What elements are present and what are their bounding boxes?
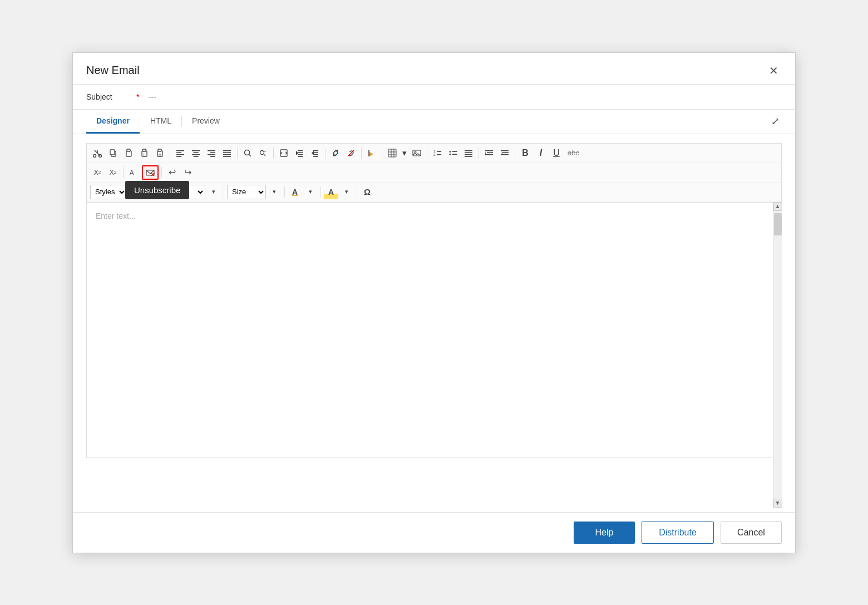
copy-button[interactable] bbox=[106, 146, 120, 160]
unlink-button[interactable] bbox=[344, 146, 358, 160]
svg-rect-29 bbox=[223, 156, 231, 157]
editor-scrollbar[interactable]: ▲ ▼ bbox=[773, 202, 782, 508]
svg-rect-74 bbox=[485, 154, 493, 155]
toolbar-row-3: Styles ▾ Unsubscribe Font ▾ Size ▾ bbox=[87, 183, 781, 202]
special-char-button[interactable]: Ω bbox=[360, 185, 374, 199]
font-dropdown-arrow[interactable]: ▾ bbox=[206, 185, 221, 199]
unordered-list-button[interactable] bbox=[446, 146, 460, 160]
bold-button[interactable]: B bbox=[518, 146, 532, 160]
indent-less-button[interactable] bbox=[308, 146, 322, 160]
link-button[interactable] bbox=[328, 146, 343, 160]
svg-rect-53 bbox=[388, 149, 396, 157]
align-right-button[interactable] bbox=[204, 146, 219, 160]
sep-6 bbox=[382, 147, 382, 159]
highlight-dropdown[interactable]: ▾ bbox=[339, 185, 354, 199]
svg-rect-63 bbox=[437, 154, 441, 155]
svg-rect-76 bbox=[501, 150, 509, 151]
svg-rect-21 bbox=[194, 156, 199, 157]
sep-7 bbox=[427, 147, 427, 159]
sep-10 bbox=[123, 167, 124, 178]
svg-rect-23 bbox=[210, 152, 215, 153]
flag-button[interactable] bbox=[364, 146, 379, 160]
source-button[interactable] bbox=[277, 146, 291, 160]
font-color-button[interactable]: A bbox=[288, 185, 302, 199]
svg-marker-79 bbox=[501, 152, 502, 154]
italic-button[interactable]: I bbox=[534, 146, 548, 160]
svg-rect-73 bbox=[487, 152, 493, 153]
svg-rect-9 bbox=[142, 149, 146, 151]
svg-rect-41 bbox=[298, 152, 303, 153]
strikethrough-button[interactable]: abc bbox=[565, 146, 582, 160]
scroll-down-arrow[interactable]: ▼ bbox=[773, 499, 782, 508]
new-email-dialog: New Email ✕ Subject * --- Designer HTML … bbox=[72, 52, 796, 553]
subject-value: --- bbox=[148, 92, 156, 101]
dialog-title: New Email bbox=[86, 64, 140, 77]
align-left-button[interactable] bbox=[173, 146, 188, 160]
svg-rect-66 bbox=[452, 151, 457, 152]
sep-3 bbox=[273, 147, 274, 159]
editor-content[interactable]: Enter text... bbox=[86, 202, 782, 458]
align-center-button[interactable] bbox=[189, 146, 203, 160]
font-color-dropdown[interactable]: ▾ bbox=[303, 185, 318, 199]
undo-button[interactable]: ↩ bbox=[165, 165, 179, 180]
svg-rect-42 bbox=[298, 154, 303, 155]
clear-format-button[interactable]: Ā bbox=[126, 165, 141, 180]
align-justify-button[interactable] bbox=[220, 146, 234, 160]
svg-rect-20 bbox=[192, 154, 200, 155]
editor-toolbar: T W bbox=[86, 143, 782, 202]
toolbar-row-2: X2 X2 Ā bbox=[87, 163, 781, 183]
svg-text:W: W bbox=[159, 153, 161, 156]
styles-select[interactable]: Styles bbox=[90, 185, 127, 199]
tab-preview[interactable]: Preview bbox=[182, 110, 230, 134]
svg-text:↔: ↔ bbox=[264, 150, 267, 153]
styles-dropdown-arrow[interactable]: ▾ bbox=[128, 185, 142, 199]
cancel-button[interactable]: Cancel bbox=[721, 522, 782, 544]
table-button[interactable] bbox=[385, 146, 400, 160]
indent-more-button[interactable] bbox=[292, 146, 307, 160]
svg-rect-16 bbox=[176, 154, 184, 155]
size-select[interactable]: Size bbox=[227, 185, 266, 199]
paste-word-button[interactable]: W bbox=[152, 146, 167, 160]
underline-button[interactable]: U bbox=[549, 146, 564, 160]
tab-html[interactable]: HTML bbox=[140, 110, 181, 134]
svg-line-31 bbox=[249, 154, 251, 156]
svg-text:Ā: Ā bbox=[130, 169, 134, 176]
find-button[interactable] bbox=[240, 146, 255, 160]
svg-rect-77 bbox=[502, 152, 509, 153]
subscript-button[interactable]: X2 bbox=[90, 165, 105, 180]
replace-button[interactable]: ↔ bbox=[256, 146, 270, 160]
svg-point-30 bbox=[245, 150, 250, 155]
ordered-list-button[interactable]: 1. 2. bbox=[430, 146, 445, 160]
tab-designer[interactable]: Designer bbox=[86, 110, 140, 134]
scroll-thumb[interactable] bbox=[774, 213, 782, 235]
superscript-button[interactable]: X2 bbox=[106, 165, 120, 180]
editor-tabs: Designer HTML Preview bbox=[86, 110, 230, 134]
svg-rect-70 bbox=[465, 154, 472, 155]
highlight-button[interactable]: A bbox=[324, 185, 338, 199]
toolbar-row-1: T W bbox=[87, 144, 781, 163]
svg-rect-35 bbox=[280, 150, 287, 156]
unsubscribe-button[interactable] bbox=[142, 165, 159, 180]
size-dropdown-arrow[interactable]: ▾ bbox=[267, 185, 282, 199]
close-button[interactable]: ✕ bbox=[766, 63, 782, 78]
image-button[interactable] bbox=[410, 146, 424, 160]
dialog-header: New Email ✕ bbox=[73, 53, 795, 85]
distribute-button[interactable]: Distribute bbox=[642, 522, 714, 544]
table-dropdown-button[interactable]: ▾ bbox=[401, 146, 408, 160]
increase-indent-button[interactable] bbox=[482, 146, 496, 160]
sep-12 bbox=[145, 186, 146, 198]
decrease-indent-button[interactable] bbox=[497, 146, 512, 160]
help-button[interactable]: Help bbox=[574, 522, 635, 544]
paste-button[interactable] bbox=[121, 146, 136, 160]
svg-rect-45 bbox=[313, 150, 318, 151]
blockquote-button[interactable] bbox=[461, 146, 476, 160]
redo-button[interactable]: ↪ bbox=[180, 165, 195, 180]
paste-special-button[interactable]: T bbox=[137, 146, 151, 160]
scroll-up-arrow[interactable]: ▲ bbox=[773, 202, 782, 211]
expand-button[interactable]: ⤢ bbox=[769, 113, 782, 130]
cut-button[interactable] bbox=[90, 146, 105, 160]
subject-required-marker: * bbox=[136, 92, 139, 101]
svg-rect-40 bbox=[298, 150, 303, 151]
font-select[interactable]: Font bbox=[150, 185, 205, 199]
svg-rect-14 bbox=[176, 150, 184, 151]
